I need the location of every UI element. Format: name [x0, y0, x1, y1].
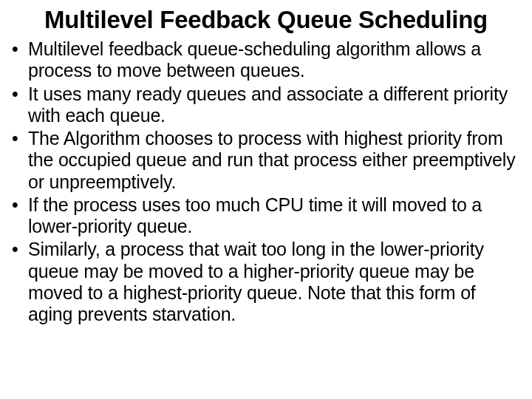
list-item: Similarly, a process that wait too long …	[9, 239, 523, 325]
list-item: Multilevel feedback queue-scheduling alg…	[9, 38, 523, 82]
list-item: If the process uses too much CPU time it…	[9, 194, 523, 238]
slide: Multilevel Feedback Queue Scheduling Mul…	[0, 0, 532, 399]
list-item: The Algorithm chooses to process with hi…	[9, 128, 523, 193]
list-item: It uses many ready queues and associate …	[9, 83, 523, 127]
slide-title: Multilevel Feedback Queue Scheduling	[9, 6, 523, 34]
bullet-list: Multilevel feedback queue-scheduling alg…	[9, 38, 523, 325]
